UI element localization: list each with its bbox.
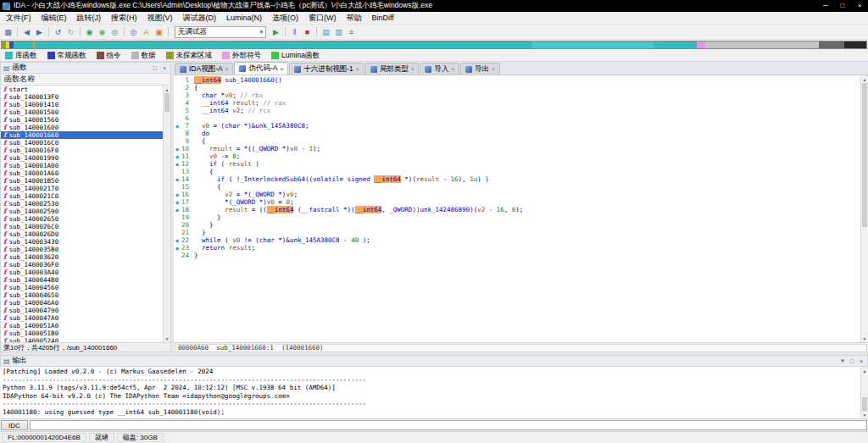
function-row[interactable]: fsub_140004560 xyxy=(1,284,163,291)
stop-debugger-icon[interactable]: ■ xyxy=(301,26,314,38)
menu-item[interactable]: 调试器(D) xyxy=(178,12,222,25)
menu-item[interactable]: 编辑(E) xyxy=(36,12,72,25)
function-row[interactable]: fsub_1400013F0 xyxy=(1,93,163,101)
scroll-down-icon[interactable]: ▼ xyxy=(164,335,170,342)
menu-item[interactable]: Lumina(N) xyxy=(221,12,267,25)
text-format-icon[interactable]: A xyxy=(140,26,153,38)
menu-item[interactable]: 搜索(H) xyxy=(106,12,142,25)
output-panel-float-icon[interactable]: □ xyxy=(849,358,855,364)
code-line[interactable]: ●14 if ( !_InterlockedSub64((volatile si… xyxy=(174,175,860,183)
function-row[interactable]: fsub_140002650 xyxy=(1,215,163,223)
save-icon[interactable]: ▦ xyxy=(2,26,14,38)
code-line[interactable]: ●12 if ( result ) xyxy=(174,160,860,168)
code-line[interactable]: 5 __int64 v2; // rcx xyxy=(174,107,860,114)
panel-float-icon[interactable]: □ xyxy=(152,65,159,71)
output-scrollbar[interactable]: ▲ ▼ xyxy=(860,367,868,418)
function-row[interactable]: fsub_1400035B0 xyxy=(1,246,163,253)
function-row[interactable]: fsub_1400051B0 xyxy=(1,329,163,337)
menu-item[interactable]: 选项(O) xyxy=(267,12,303,25)
lumina-metadata-icon[interactable]: ◎ xyxy=(108,26,121,38)
code-line[interactable]: ●18 result = ((__int64 (__fastcall *)(__… xyxy=(174,206,860,213)
functions-scrollbar[interactable]: ▲ ▼ xyxy=(163,86,170,342)
function-name-column-header[interactable]: 函数名称 xyxy=(0,74,171,86)
function-row[interactable]: fsub_140005240 xyxy=(1,337,163,342)
menu-item[interactable]: 视图(V) xyxy=(142,12,178,25)
scrollbar-thumb[interactable] xyxy=(862,83,867,227)
function-row[interactable]: fsub_140002530 xyxy=(1,200,163,208)
script-language-selector[interactable]: IDC xyxy=(1,420,28,430)
tab-ida-view-a[interactable]: IDA视图-A× xyxy=(175,63,233,75)
code-line[interactable]: ●10 result = *((_QWORD *)v0 - 1); xyxy=(174,145,860,152)
function-row[interactable]: fsub_1400026C0 xyxy=(1,223,163,230)
menu-item[interactable]: 跳转(J) xyxy=(72,12,107,25)
command-input[interactable] xyxy=(30,420,867,430)
code-line[interactable]: ●22 while ( v0 != (char *)&unk_145A380C8… xyxy=(174,236,860,244)
function-row[interactable]: fsub_140001A00 xyxy=(1,162,163,169)
function-row[interactable]: fsub_1400016F0 xyxy=(1,147,163,154)
redo-icon[interactable]: ↻ xyxy=(64,26,77,38)
function-row[interactable]: fsub_1400021C0 xyxy=(1,192,163,200)
code-line[interactable]: ●7 v0 = (char *)&unk_145A380C8; xyxy=(174,122,860,130)
function-row[interactable]: fsub_140004650 xyxy=(1,291,163,299)
function-row[interactable]: fsub_140001990 xyxy=(1,154,163,162)
function-row[interactable]: fsub_140003430 xyxy=(1,238,163,246)
tab-exports[interactable]: 导出× xyxy=(460,63,500,75)
code-line[interactable]: 24} xyxy=(174,252,860,259)
output-panel-menu-icon[interactable]: ▾ xyxy=(839,357,846,364)
lumina-pull-icon[interactable]: ◉ xyxy=(83,26,96,38)
function-row[interactable]: fsub_1400036F0 xyxy=(1,261,163,269)
pause-debugger-icon[interactable]: ‖ xyxy=(288,26,301,38)
nav-forward-icon[interactable]: ▶ xyxy=(33,26,46,38)
code-line[interactable]: 20 } xyxy=(174,221,860,229)
function-row[interactable]: fsub_140002590 xyxy=(1,208,163,215)
function-row[interactable]: fsub_140003A40 xyxy=(1,269,163,276)
menu-item[interactable]: 帮助 xyxy=(342,12,367,25)
scroll-up-icon[interactable]: ▲ xyxy=(164,86,170,93)
function-row[interactable]: fsub_140002170 xyxy=(1,185,163,192)
scripts-icon[interactable]: ▥ xyxy=(332,26,345,38)
tab-hex-view-1[interactable]: 十六进制视图-1× xyxy=(289,63,364,75)
tab-close-icon[interactable]: × xyxy=(280,66,283,72)
function-row[interactable]: fsub_140001A60 xyxy=(1,169,163,177)
code-line[interactable]: 8 do xyxy=(174,130,860,137)
undo-icon[interactable]: ↺ xyxy=(52,26,64,38)
function-row[interactable]: fsub_140001B50 xyxy=(1,177,163,185)
start-debugger-icon[interactable]: ▶ xyxy=(270,26,282,38)
debugger-windows-icon[interactable]: ▤ xyxy=(320,26,332,38)
tab-close-icon[interactable]: × xyxy=(451,66,454,72)
code-line[interactable]: ●23 return result; xyxy=(174,244,860,252)
scroll-up-icon[interactable]: ▲ xyxy=(861,367,868,374)
panel-close-icon[interactable]: × xyxy=(161,65,168,71)
code-line[interactable]: 3 char *v0; // rbx xyxy=(174,91,860,99)
minimize-button[interactable]: ─ xyxy=(817,0,834,12)
code-line[interactable]: 6 xyxy=(174,114,860,122)
pseudocode-scrollbar[interactable]: ▲ ▼ xyxy=(860,75,868,342)
lumina-push-icon[interactable]: ◉ xyxy=(96,26,108,38)
function-row[interactable]: fsub_1400026D0 xyxy=(1,230,163,238)
code-line[interactable]: 9 { xyxy=(174,137,860,145)
maximize-button[interactable]: □ xyxy=(834,0,851,12)
function-row[interactable]: fsub_1400051A0 xyxy=(1,322,163,329)
tab-close-icon[interactable]: × xyxy=(225,66,229,72)
code-line[interactable]: 13 { xyxy=(174,168,860,175)
menu-item[interactable]: 窗口(W) xyxy=(303,12,342,25)
function-row[interactable]: fsub_140001410 xyxy=(1,101,163,108)
code-line[interactable]: 1__int64 sub_140001660() xyxy=(174,76,860,84)
scroll-down-icon[interactable]: ▼ xyxy=(861,335,868,342)
function-row[interactable]: fsub_1400044B0 xyxy=(1,276,163,284)
code-line[interactable]: 21 } xyxy=(174,229,860,236)
navigation-band[interactable] xyxy=(1,41,867,49)
function-row[interactable]: fsub_140001660 xyxy=(1,131,163,139)
tab-local-types[interactable]: 局部类型× xyxy=(365,63,420,75)
nav-back-icon[interactable]: ◀ xyxy=(20,26,33,38)
tab-close-icon[interactable]: × xyxy=(356,66,359,72)
function-row[interactable]: fsub_140001500 xyxy=(1,108,163,116)
code-line[interactable]: ●11 v0 -= 8; xyxy=(174,152,860,160)
code-line[interactable]: 4 __int64 result; // rax xyxy=(174,99,860,107)
options-icon[interactable]: ≡ xyxy=(345,26,358,38)
code-line[interactable]: ●17 *(_QWORD *)v0 = 0; xyxy=(174,198,860,206)
function-row[interactable]: fsub_140001600 xyxy=(1,124,163,131)
function-row[interactable]: fsub_1400047A0 xyxy=(1,314,163,322)
scrollbar-thumb[interactable] xyxy=(164,93,170,112)
menu-item[interactable]: BinDiff xyxy=(367,12,399,25)
